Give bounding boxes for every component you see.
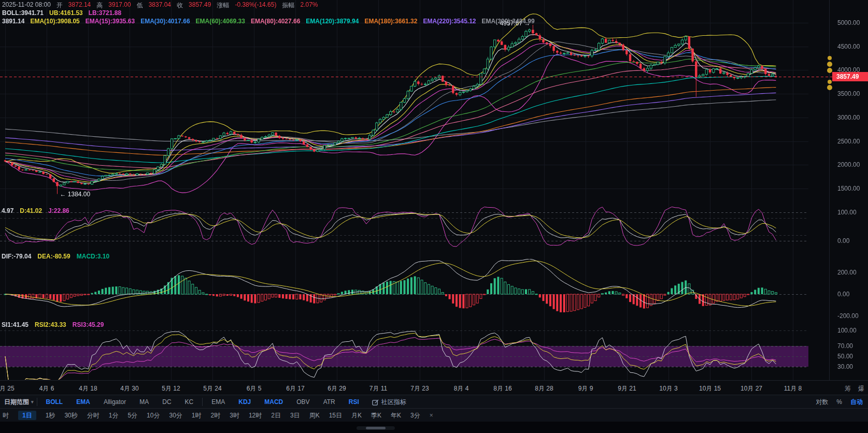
timeframe-年K[interactable]: 年K — [386, 411, 406, 420]
timeframe-时[interactable]: 时 — [0, 411, 13, 420]
x-axis-tick: 10月 3 — [659, 384, 677, 393]
indicator-tab-ema[interactable]: EMA — [69, 398, 97, 406]
x-axis-tick: 11月 8 — [784, 384, 802, 393]
ohlc-item: 2025-11-02 08:00 — [2, 1, 51, 10]
timeframe-分时[interactable]: 分时 — [82, 411, 104, 420]
x-axis-tick: 8月 16 — [493, 384, 511, 393]
x-axis-tick: 3月 25 — [0, 384, 15, 393]
ohlc-readout: 2025-11-02 08:00开3872.14高3917.00低3837.04… — [2, 1, 318, 10]
indicator-tab-obv[interactable]: OBV — [290, 398, 316, 406]
timeframe-3日[interactable]: 3日 — [286, 411, 305, 420]
x-axis-tick: 6月 5 — [247, 384, 262, 393]
x-axis-tick: 6月 17 — [286, 384, 304, 393]
kdj-item: 4.97 — [2, 207, 13, 214]
toolbar-divider — [37, 398, 37, 406]
ohlc-item: 3872.14 — [68, 1, 91, 10]
timeframe-1时[interactable]: 1时 — [187, 411, 206, 420]
close-icon[interactable]: × — [425, 412, 438, 419]
rsi-readout: SI1:41.45RSI2:43.33RSI3:45.29 — [2, 321, 104, 328]
auto-scale-toggle[interactable]: 自动 — [850, 398, 863, 407]
ema-item: EMA(180):3661.32 — [364, 18, 417, 25]
indicator-tab-ema[interactable]: EMA — [205, 398, 232, 406]
indicator-toolbar: 日期范围 ▾ BOLLEMAAlligatorMADCKC EMAKDJMACD… — [0, 395, 868, 409]
ohlc-item: 涨幅 — [217, 1, 229, 10]
indicator-tab-ma[interactable]: MA — [133, 398, 155, 406]
bottom-strip — [0, 422, 868, 433]
community-indicators-button[interactable]: 社区指标 — [366, 398, 412, 407]
ema-item: EMA(30):4017.66 — [140, 18, 190, 25]
x-axis-tick: 10月 27 — [741, 384, 762, 393]
liquidation-toggle[interactable]: 爆 — [858, 384, 864, 393]
boll-item: BOLL:3941.71 — [2, 9, 44, 17]
percent-scale-toggle[interactable]: % — [836, 398, 842, 406]
ema-item: EMA(60):4069.33 — [196, 18, 245, 25]
ema-item: EMA(80):4027.66 — [251, 18, 300, 25]
x-axis-tick: 6月 29 — [328, 384, 346, 393]
date-range-button[interactable]: 日期范围 ▾ — [0, 398, 35, 407]
timeframe-1日[interactable]: 1日 — [13, 411, 41, 420]
x-axis-tick: 4月 18 — [79, 384, 97, 393]
x-axis-tick: 7月 11 — [369, 384, 387, 393]
indicator-tab-atr[interactable]: ATR — [317, 398, 342, 406]
timeframe-15日[interactable]: 15日 — [324, 411, 347, 420]
log-scale-toggle[interactable]: 对数 — [816, 398, 828, 407]
ema-item: EMA(220):3545.12 — [423, 18, 476, 25]
timeframe-30分[interactable]: 30分 — [164, 411, 187, 420]
timeframe-3分[interactable]: 3分 — [406, 411, 425, 420]
indicator-tab-alligator[interactable]: Alligator — [97, 398, 133, 406]
chips-toggle[interactable]: 筹 — [845, 384, 851, 393]
ohlc-item: -0.38%(-14.65) — [235, 1, 276, 10]
timeframe-10分[interactable]: 10分 — [142, 411, 164, 420]
timeframe-toolbar: 时1日1秒30秒分时1分5分10分30分1时2时3时12时2日3日周K15日月K… — [0, 408, 868, 422]
indicator-tab-dc[interactable]: DC — [155, 398, 178, 406]
ohlc-item: 开 — [56, 1, 63, 10]
ohlc-item: 低 — [137, 1, 143, 10]
x-axis-tick: 4月 30 — [120, 384, 138, 393]
timeframe-5分[interactable]: 5分 — [123, 411, 142, 420]
ohlc-item: 振幅 — [282, 1, 294, 10]
chart-canvas[interactable] — [0, 0, 868, 433]
rsi-item: RSI3:45.29 — [73, 321, 104, 328]
timeframe-2日[interactable]: 2日 — [266, 411, 286, 420]
x-axis-tick: 4月 6 — [39, 384, 54, 393]
rsi-item: SI1:41.45 — [2, 321, 29, 328]
timeframe-30秒[interactable]: 30秒 — [60, 411, 82, 420]
timeframe-3时[interactable]: 3时 — [225, 411, 244, 420]
macd-item: DEA:-80.59 — [37, 253, 70, 260]
timeframe-12时[interactable]: 12时 — [244, 411, 266, 420]
timeframe-周K[interactable]: 周K — [305, 411, 324, 420]
indicator-tab-macd[interactable]: MACD — [258, 398, 290, 406]
kdj-item: J:22.86 — [48, 207, 69, 214]
macd-item: MACD:3.10 — [77, 253, 109, 260]
ohlc-item: 3917.00 — [108, 1, 131, 10]
ema-item: 3891.14 — [2, 18, 24, 25]
x-axis-tick: 7月 23 — [410, 384, 429, 393]
boll-readout: BOLL:3941.71UB:4161.53LB:3721.88 — [2, 9, 121, 17]
timeframe-1秒[interactable]: 1秒 — [41, 411, 60, 420]
timeframe-2时[interactable]: 2时 — [206, 411, 225, 420]
x-axis-tick: 5月 12 — [162, 384, 180, 393]
date-axis[interactable]: 3月 254月 64月 184月 305月 125月 246月 56月 176月… — [0, 380, 868, 395]
x-axis-tick: 8月 28 — [535, 384, 553, 393]
indicator-tab-boll[interactable]: BOLL — [39, 398, 70, 406]
boll-item: UB:4161.53 — [49, 9, 83, 17]
timeframe-月K[interactable]: 月K — [347, 411, 366, 420]
indicator-tab-rsi[interactable]: RSI — [342, 398, 366, 406]
kdj-item: D:41.02 — [20, 207, 42, 214]
kdj-readout: 4.97D:41.02J:22.86 — [2, 207, 69, 214]
timeframe-1分[interactable]: 1分 — [104, 411, 123, 420]
x-axis-tick: 8月 4 — [454, 384, 469, 393]
horizontal-scrollbar[interactable] — [357, 426, 395, 430]
macd-item: DIF:-79.04 — [2, 253, 31, 260]
ema-item: EMA(120):3879.94 — [306, 18, 359, 25]
indicator-tab-kc[interactable]: KC — [178, 398, 201, 406]
x-axis-tick: 9月 9 — [578, 384, 593, 393]
timeframe-季K[interactable]: 季K — [366, 411, 386, 420]
scrollbar-thumb[interactable] — [366, 427, 386, 429]
date-range-label: 日期范围 — [4, 398, 29, 407]
indicator-tab-kdj[interactable]: KDJ — [232, 398, 258, 406]
rsi-item: RSI2:43.33 — [35, 321, 66, 328]
boll-item: LB:3721.88 — [89, 9, 121, 17]
macd-readout: DIF:-79.04DEA:-80.59MACD:3.10 — [2, 253, 109, 260]
trading-chart-app: 2025-11-02 08:00开3872.14高3917.00低3837.04… — [0, 0, 868, 433]
